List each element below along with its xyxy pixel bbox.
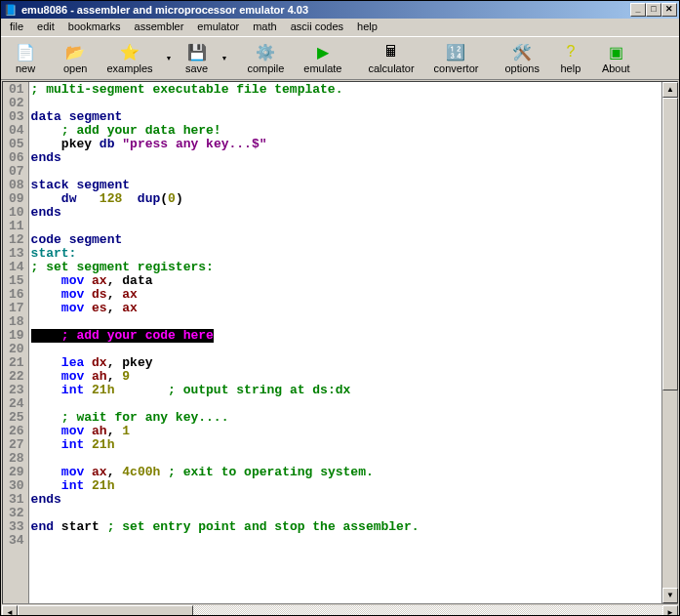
title-bar: 📘 emu8086 - assembler and microprocessor…: [1, 1, 679, 19]
folder-open-icon: 📂: [65, 42, 85, 62]
menu-bar: file edit bookmarks assembler emulator m…: [1, 19, 679, 36]
new-file-icon: 📄: [16, 42, 35, 62]
line-gutter: 0102030405060708091011121314151617181920…: [3, 82, 29, 603]
open-button[interactable]: 📂open: [54, 40, 97, 76]
close-button[interactable]: ✕: [661, 3, 677, 17]
menu-file[interactable]: file: [3, 20, 30, 35]
scroll-up-button[interactable]: ▲: [662, 82, 678, 98]
calculator-icon: 🖩: [381, 42, 401, 62]
hscroll-thumb[interactable]: [18, 605, 193, 616]
convertor-button[interactable]: 🔢convertor: [424, 40, 489, 76]
new-button[interactable]: 📄new: [4, 40, 47, 76]
menu-bookmarks[interactable]: bookmarks: [61, 20, 128, 35]
menu-emulator[interactable]: emulator: [190, 20, 246, 35]
chip-icon: ▣: [606, 42, 625, 62]
options-button[interactable]: 🛠️options: [495, 40, 548, 76]
menu-assembler[interactable]: assembler: [128, 20, 191, 35]
window-title: emu8086 - assembler and microprocessor e…: [21, 4, 630, 16]
menu-math[interactable]: math: [246, 20, 283, 35]
gear-icon: ⚙️: [256, 42, 275, 62]
scroll-left-button[interactable]: ◄: [2, 605, 18, 616]
examples-button[interactable]: ⭐examples: [97, 40, 162, 76]
calculator-button[interactable]: 🖩calculator: [358, 40, 423, 76]
scroll-right-button[interactable]: ►: [662, 605, 678, 616]
menu-help[interactable]: help: [350, 20, 384, 35]
emulate-button[interactable]: ▶emulate: [294, 40, 351, 76]
help-button[interactable]: ?help: [549, 40, 592, 76]
horizontal-scrollbar[interactable]: ◄ ►: [2, 605, 678, 616]
menu-edit[interactable]: edit: [30, 20, 61, 35]
vertical-scrollbar[interactable]: ▲ ▼: [661, 82, 677, 603]
maximize-button[interactable]: □: [646, 3, 661, 17]
app-icon: 📘: [3, 2, 19, 18]
convertor-icon: 🔢: [446, 42, 465, 62]
save-button[interactable]: 💾save: [176, 40, 219, 76]
menu-ascii-codes[interactable]: ascii codes: [284, 20, 350, 35]
star-icon: ⭐: [120, 42, 140, 62]
minimize-button[interactable]: _: [630, 3, 646, 17]
editor[interactable]: 0102030405060708091011121314151617181920…: [2, 81, 678, 604]
code-area[interactable]: ; multi-segment executable file template…: [29, 82, 661, 603]
play-icon: ▶: [313, 42, 333, 62]
save-dropdown-icon[interactable]: ▼: [219, 55, 231, 62]
about-button[interactable]: ▣About: [592, 40, 640, 76]
floppy-icon: 💾: [187, 42, 207, 62]
question-icon: ?: [561, 42, 580, 62]
scroll-down-button[interactable]: ▼: [662, 588, 678, 603]
compile-button[interactable]: ⚙️compile: [237, 40, 294, 76]
examples-dropdown-icon[interactable]: ▼: [163, 55, 176, 62]
vscroll-thumb[interactable]: [662, 98, 678, 390]
toolbar: 📄new 📂open ⭐examples ▼ 💾save ▼ ⚙️compile…: [1, 36, 679, 80]
tools-icon: 🛠️: [512, 42, 532, 62]
